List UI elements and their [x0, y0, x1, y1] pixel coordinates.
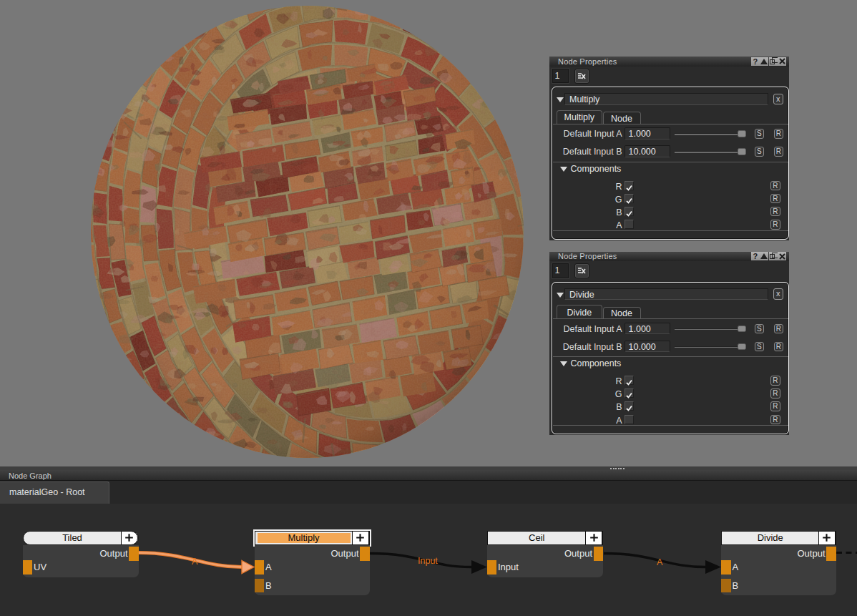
svg-text:A: A: [657, 557, 663, 567]
svg-text:A: A: [192, 557, 198, 567]
svg-text:Input: Input: [418, 556, 438, 566]
